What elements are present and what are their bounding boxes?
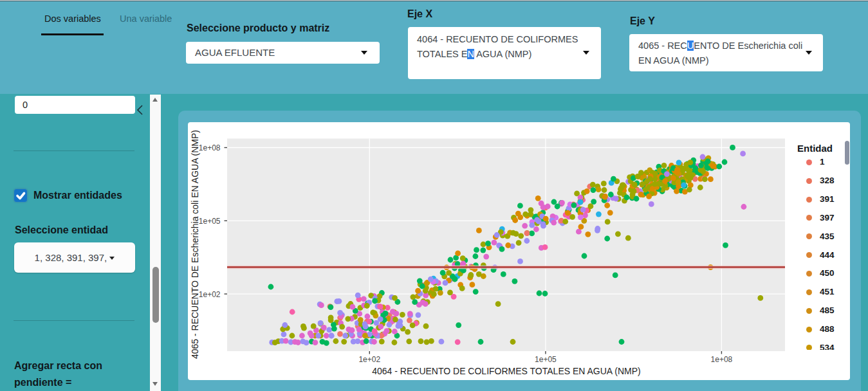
svg-text:1e+02: 1e+02 bbox=[358, 355, 380, 364]
svg-text:1e+05: 1e+05 bbox=[199, 217, 221, 226]
svg-text:4064 - RECUENTO DE COLIFORMES: 4064 - RECUENTO DE COLIFORMES TOTALES EN… bbox=[372, 366, 641, 376]
svg-text:1e+02: 1e+02 bbox=[199, 290, 221, 299]
svg-text:4065 - RECUENTO DE Escherichia: 4065 - RECUENTO DE Escherichia coli EN A… bbox=[190, 130, 200, 359]
svg-text:1e+05: 1e+05 bbox=[535, 355, 557, 364]
svg-text:1e+08: 1e+08 bbox=[199, 143, 221, 152]
svg-text:1e+08: 1e+08 bbox=[711, 355, 733, 364]
